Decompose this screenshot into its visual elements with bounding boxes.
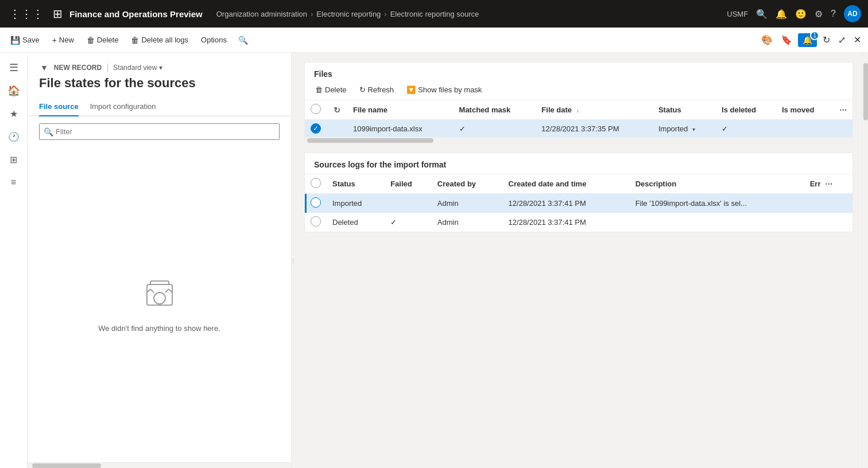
- files-section-title: Files: [305, 63, 852, 83]
- tab-import-config[interactable]: Import configuration: [90, 98, 156, 116]
- col-log-created-date: Created date and time: [503, 174, 630, 194]
- delete-files-icon: 🗑: [315, 85, 323, 94]
- logs-table: Status Failed Created by Created date an…: [305, 174, 852, 232]
- sidebar-home[interactable]: 🏠: [3, 80, 24, 101]
- breadcrumb-item-2[interactable]: Electronic reporting: [316, 10, 381, 18]
- sidebar-modules[interactable]: ≡: [3, 172, 24, 193]
- breadcrumb-item-3[interactable]: Electronic reporting source: [390, 10, 479, 18]
- view-selector[interactable]: Standard view ▾: [113, 64, 162, 72]
- close-button[interactable]: ✕: [851, 32, 863, 48]
- files-delete-button[interactable]: 🗑 Delete: [309, 83, 352, 96]
- log-description-1: File '1099import-data.xlsx' is sel...: [630, 194, 804, 213]
- show-files-button[interactable]: 🔽 Show files by mask: [401, 83, 487, 96]
- col-log-created-by: Created by: [432, 174, 503, 194]
- delete-icon: 🗑: [87, 36, 95, 45]
- log-status-2: Deleted: [327, 213, 385, 232]
- log-description-2: [630, 213, 804, 232]
- logs-section: Sources logs for the import format Statu…: [304, 153, 853, 232]
- new-record-label: NEW RECORD: [54, 64, 102, 72]
- delete-all-logs-button[interactable]: 🗑 Delete all logs: [125, 33, 194, 47]
- log-row2-select[interactable]: [311, 216, 321, 227]
- svg-line-5: [165, 289, 169, 292]
- is-moved-cell: [776, 120, 834, 138]
- filter-input[interactable]: [39, 123, 280, 140]
- log-created-date-1: 12/28/2021 3:37:41 PM: [503, 194, 630, 213]
- v-scroll-thumb[interactable]: [863, 63, 868, 120]
- col-log-err: Err ⋯: [804, 174, 852, 194]
- badge-bell-button[interactable]: 🔔 1: [798, 33, 817, 47]
- col-log-status: Status: [327, 174, 385, 194]
- sidebar-hamburger[interactable]: ☰: [3, 57, 24, 78]
- filter-files-icon: 🔽: [406, 85, 416, 94]
- tab-file-source[interactable]: File source: [39, 98, 79, 116]
- delete-button[interactable]: 🗑 Delete: [81, 33, 125, 47]
- chevron-down-icon: ▾: [159, 64, 162, 72]
- toolbar-search-button[interactable]: 🔍: [234, 33, 253, 47]
- table-more-icon[interactable]: ⋯: [839, 106, 847, 114]
- save-button[interactable]: 💾 Save: [5, 33, 45, 47]
- svg-line-3: [150, 289, 154, 292]
- filter-search-icon: 🔍: [44, 127, 53, 136]
- svg-rect-1: [150, 281, 169, 284]
- log-row1-select[interactable]: [311, 197, 321, 208]
- bookmark-button[interactable]: 🔖: [778, 32, 795, 48]
- refresh-icon: ↻: [359, 85, 366, 94]
- delete-all-icon: 🗑: [131, 36, 139, 45]
- sidebar-recent[interactable]: 🕐: [3, 126, 24, 147]
- row-select-circle[interactable]: ✓: [311, 123, 321, 134]
- is-deleted-cell: ✓: [716, 120, 776, 138]
- status-cell: Imported ▾: [653, 120, 716, 138]
- col-matched-mask: Matched mask: [454, 100, 536, 120]
- nav-grid-button[interactable]: ⋮⋮⋮: [7, 5, 46, 23]
- filter-records-button[interactable]: ▼: [39, 62, 49, 73]
- avatar[interactable]: AD: [844, 5, 861, 22]
- log-failed-2: ✓: [385, 213, 432, 232]
- files-refresh-button[interactable]: ↻ Refresh: [354, 83, 400, 96]
- logs-select-all[interactable]: [311, 178, 321, 188]
- files-table: ↻ File name Matched mask File date: [305, 100, 852, 137]
- log-status-1: Imported: [327, 194, 385, 213]
- col-is-deleted: Is deleted: [716, 100, 776, 120]
- company-code: USMF: [727, 10, 748, 18]
- col-log-description: Description: [630, 174, 804, 194]
- emoji-button[interactable]: 🙂: [795, 9, 807, 20]
- file-name-cell: 1099import-data.xlsx: [347, 120, 454, 138]
- files-table-row[interactable]: ✓ 1099import-data.xlsx ✓ 12/28/2021 3:37…: [305, 120, 852, 138]
- notification-bell-button[interactable]: 🔔: [776, 9, 787, 20]
- sidebar-favorites[interactable]: ★: [3, 103, 24, 124]
- empty-state-message: We didn't find anything to show here.: [98, 324, 220, 333]
- status-dropdown-icon[interactable]: ▾: [692, 126, 695, 132]
- breadcrumb-item-1[interactable]: Organization administration: [216, 10, 307, 18]
- files-sync-icon: ↻: [334, 106, 340, 115]
- sort-down-icon[interactable]: ↓: [576, 107, 579, 114]
- expand-button[interactable]: ⤢: [836, 32, 848, 48]
- notification-badge[interactable]: 🔔 1: [798, 33, 817, 47]
- files-section: Files 🗑 Delete ↻ Refresh 🔽 Show files by…: [304, 62, 853, 143]
- file-date-cell: 12/28/2021 3:37:35 PM: [536, 120, 653, 138]
- svg-point-2: [154, 292, 165, 304]
- col-status: Status: [653, 100, 716, 120]
- sidebar-workspaces[interactable]: ⊞: [3, 149, 24, 170]
- palette-button[interactable]: 🎨: [759, 32, 775, 48]
- new-icon: +: [52, 36, 57, 45]
- files-row-select-all[interactable]: [311, 104, 321, 114]
- notification-count: 1: [810, 31, 819, 40]
- logs-section-title: Sources logs for the import format: [305, 153, 852, 174]
- log-created-by-2: Admin: [432, 213, 503, 232]
- new-button[interactable]: + New: [46, 33, 80, 47]
- col-file-date: File date ↓: [536, 100, 653, 120]
- matched-mask-cell: ✓: [454, 120, 536, 138]
- refresh-toolbar-button[interactable]: ↻: [820, 32, 832, 48]
- save-icon: 💾: [10, 36, 20, 45]
- col-filename: File name: [347, 100, 454, 120]
- search-nav-button[interactable]: 🔍: [756, 9, 768, 20]
- help-button[interactable]: ?: [831, 9, 836, 19]
- logs-table-row-1[interactable]: Imported Admin 12/28/2021 3:37:41 PM Fil…: [305, 194, 852, 213]
- empty-state-icon: [142, 276, 177, 317]
- svg-rect-0: [147, 284, 172, 305]
- logs-more-icon[interactable]: ⋯: [825, 180, 832, 188]
- col-is-moved: Is moved: [776, 100, 834, 120]
- settings-button[interactable]: ⚙: [815, 9, 823, 20]
- options-button[interactable]: Options: [195, 33, 232, 46]
- logs-table-row-2[interactable]: Deleted ✓ Admin 12/28/2021 3:37:41 PM: [305, 213, 852, 232]
